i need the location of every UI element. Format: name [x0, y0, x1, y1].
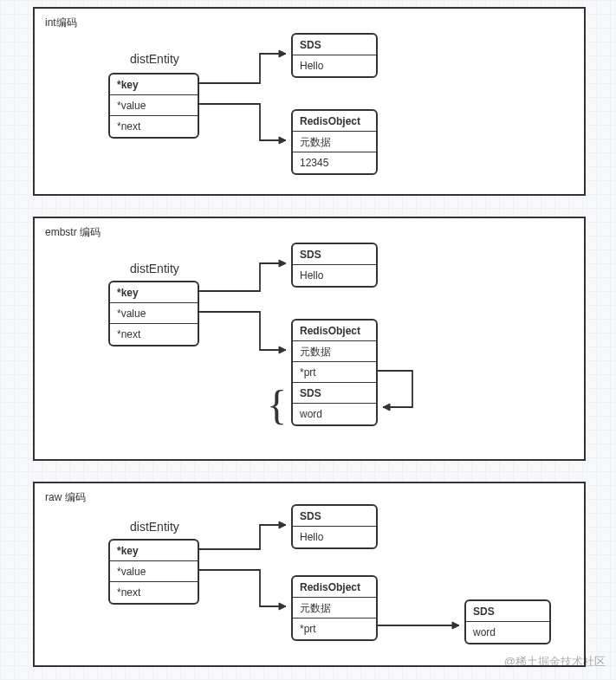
sds-box-3: SDS Hello — [291, 504, 378, 549]
redisobj-ptr-3: *prt — [293, 618, 376, 639]
svg-marker-7 — [452, 622, 459, 629]
redisobj-meta-1: 元数据 — [293, 132, 376, 152]
entity-next-1: *next — [110, 116, 198, 137]
sds-word-3: word — [466, 622, 549, 643]
sds-hello-3: Hello — [293, 527, 376, 547]
redisobj-header-3: RedisObject — [293, 577, 376, 598]
panel-int-label: int编码 — [45, 16, 77, 30]
redisobj-int-1: 12345 — [293, 152, 376, 173]
entity-title-3: distEntity — [130, 520, 179, 534]
arrow-key-sds-2 — [199, 244, 295, 305]
panel-embstr: embstr 编码 distEntity *key *value *next S… — [33, 217, 586, 461]
sds-box-1: SDS Hello — [291, 33, 378, 78]
arrow-value-redisobj-2 — [199, 305, 295, 357]
sds-header-1: SDS — [293, 35, 376, 55]
redisobj-header-1: RedisObject — [293, 111, 376, 132]
entity-box-2: *key *value *next — [108, 281, 199, 346]
sds-header-2: SDS — [293, 244, 376, 265]
panel-raw: raw 编码 distEntity *key *value *next SDS … — [33, 482, 586, 667]
arrow-key-sds-1 — [199, 35, 295, 95]
entity-key-2: *key — [110, 282, 198, 303]
entity-title-1: distEntity — [130, 52, 179, 66]
entity-key-1: *key — [110, 74, 198, 95]
panel-int: int编码 distEntity *key *value *next SDS H… — [33, 7, 586, 196]
sds-header-3: SDS — [293, 506, 376, 527]
svg-marker-3 — [279, 346, 286, 353]
watermark: @稀土掘金技术社区 — [504, 654, 606, 670]
redisobj-header-2: RedisObject — [293, 321, 376, 341]
entity-box-1: *key *value *next — [108, 73, 199, 139]
embed-sds-word-2: word — [293, 404, 376, 424]
svg-marker-5 — [279, 521, 286, 528]
arrow-value-redisobj-3 — [199, 563, 295, 615]
entity-next-2: *next — [110, 324, 198, 345]
redisobj-meta-2: 元数据 — [293, 341, 376, 362]
svg-marker-4 — [383, 404, 390, 411]
embed-sds-header-2: SDS — [293, 383, 376, 404]
brace-icon: { — [267, 381, 287, 429]
entity-box-3: *key *value *next — [108, 539, 199, 605]
entity-value-2: *value — [110, 303, 198, 324]
redisobj-box-1: RedisObject 元数据 12345 — [291, 109, 378, 175]
redisobj-box-3: RedisObject 元数据 *prt — [291, 575, 378, 641]
entity-key-3: *key — [110, 541, 198, 561]
svg-marker-0 — [279, 50, 286, 57]
arrow-ptr-sds-2 — [378, 364, 430, 416]
sds-hello-1: Hello — [293, 55, 376, 76]
sds-word-header-3: SDS — [466, 601, 549, 622]
redisobj-meta-3: 元数据 — [293, 598, 376, 618]
sds-box-2: SDS Hello — [291, 243, 378, 288]
arrow-key-sds-3 — [199, 506, 295, 558]
svg-marker-6 — [279, 603, 286, 610]
panel-raw-label: raw 编码 — [45, 490, 86, 505]
redisobj-box-2: RedisObject 元数据 *prt SDS word — [291, 319, 378, 426]
entity-title-2: distEntity — [130, 262, 179, 275]
sds-word-box-3: SDS word — [464, 599, 551, 644]
entity-next-3: *next — [110, 582, 198, 603]
arrow-value-redisobj-1 — [199, 95, 295, 147]
arrow-ptr-sds-3 — [378, 618, 468, 632]
panel-embstr-label: embstr 编码 — [45, 225, 101, 240]
entity-value-1: *value — [110, 95, 198, 116]
redisobj-ptr-2: *prt — [293, 362, 376, 383]
svg-marker-1 — [279, 137, 286, 144]
svg-marker-2 — [279, 260, 286, 267]
entity-value-3: *value — [110, 561, 198, 582]
sds-hello-2: Hello — [293, 265, 376, 286]
